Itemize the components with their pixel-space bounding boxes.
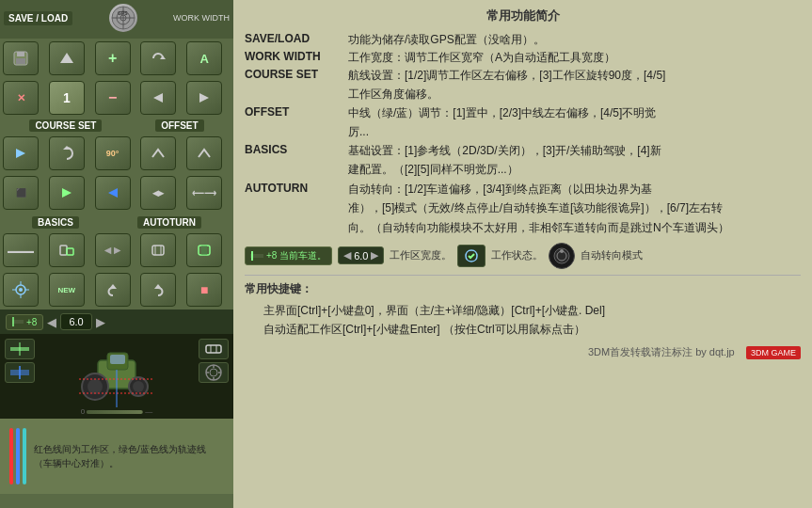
btn-of2[interactable] <box>49 176 85 210</box>
basics-label: BASICS <box>32 216 79 229</box>
btn-grid-row2: ✕ 1 − <box>0 78 233 118</box>
svg-marker-15 <box>62 188 72 198</box>
key-autoturn: AUTOTURN <box>245 182 348 198</box>
arrow-r: ▶ <box>371 249 378 262</box>
status-icons-row: +8 当前车道。 ◀ 6.0 ▶ 工作区宽度。 工作状态。 自动转向模式 <box>245 243 801 269</box>
autoturn-mode-box <box>549 243 575 269</box>
right-panel: 常用功能简介 SAVE/LOAD 功能为储存/读取GPS配置（没啥用）。 WOR… <box>233 0 812 508</box>
btn-cs1[interactable] <box>3 136 39 170</box>
work-icon-3 <box>199 339 229 359</box>
val-courseset: 航线设置：[1/2]调节工作区左右偏移，[3]工作区旋转90度，[4/5] <box>348 68 801 84</box>
key-workwidth: WORK WIDTH <box>245 50 348 66</box>
svg-marker-11 <box>153 93 163 103</box>
btn-cs2[interactable] <box>49 136 85 170</box>
val-basics: 基础设置：[1]参考线（2D/3D/关闭），[3]开/关辅助驾驶，[4]新 <box>348 143 801 159</box>
svg-rect-40 <box>110 355 125 364</box>
btn-of4[interactable]: ◀▶ <box>140 176 176 210</box>
svg-rect-23 <box>201 246 207 255</box>
btn-a[interactable]: A <box>186 41 222 75</box>
btn-at3[interactable] <box>186 233 222 267</box>
credit-text: 3DM首发转载请注标注 by dqt.jp <box>588 346 735 357</box>
btn-sat[interactable] <box>3 273 39 307</box>
btn-minus[interactable]: − <box>95 81 131 115</box>
arrow-right-icon: ▶ <box>96 315 105 329</box>
info-row-autoturn: AUTOTURN 自动转向：[1/2]车道偏移，[3/4]到终点距离（以田块边界… <box>245 182 801 198</box>
svg-rect-17 <box>60 246 67 255</box>
work-status-desc: 工作状态。 <box>491 248 543 262</box>
svg-rect-8 <box>16 58 25 64</box>
btn-rotate-cw[interactable] <box>140 41 176 75</box>
svg-point-44 <box>133 381 144 392</box>
val-workwidth: 工作宽度：调节工作区宽窄（A为自动适配工具宽度） <box>348 50 801 66</box>
indent-courseset: 工作区角度偏移。 <box>245 86 801 103</box>
info-row-saveload: SAVE/LOAD 功能为储存/读取GPS配置（没啥用）。 <box>245 32 801 48</box>
width-display: 6.0 <box>60 313 91 330</box>
arrow-l: ◀ <box>343 249 351 262</box>
btn-new[interactable]: NEW <box>49 273 85 307</box>
btn-up[interactable] <box>49 41 85 75</box>
btn-grid-row6: NEW ■ <box>0 270 233 310</box>
blue-line <box>16 428 20 484</box>
save-load-label: SAVE / LOAD <box>4 11 72 25</box>
svg-rect-7 <box>17 52 24 56</box>
gps-top-section: SAVE / LOAD GPS WORK WIDTH <box>0 0 233 39</box>
btn-cs3[interactable]: 90° <box>95 136 131 170</box>
btn-bas2[interactable] <box>49 233 85 267</box>
color-lines <box>9 428 26 484</box>
bottom-info: 红色线间为工作区，绿色/蓝色线为轨迹线（车辆中心对准）。 <box>0 419 233 494</box>
work-icons-left <box>5 339 35 383</box>
shortcut-section: 常用快捷键： 主界面[Ctrl]+[小键盘0]，界面（主/主+详细/隐藏）[Ct… <box>245 275 801 340</box>
info-row-offset: OFFSET 中线（绿/蓝）调节：[1]置中，[2/3]中线左右偏移，[4/5]… <box>245 105 801 121</box>
svg-point-61 <box>560 249 564 253</box>
gps-logo-circle: GPS <box>109 4 137 32</box>
btn-right-arr[interactable] <box>186 81 222 115</box>
btn-of3[interactable] <box>95 176 131 210</box>
width-box: ◀ 6.0 ▶ <box>338 246 384 264</box>
indent2-autoturn: 向。（自动转向功能模块不太好用，非相邻车道转向而是跳过N个车道调头） <box>245 219 801 237</box>
work-status-box <box>457 245 486 267</box>
btn-of1[interactable]: ⬛ <box>3 176 39 210</box>
val-offset: 中线（绿/蓝）调节：[1]置中，[2/3]中线左右偏移，[4/5]不明觉 <box>348 105 801 121</box>
shortcut2: 自动适配工作区[Ctrl]+[小键盘Enter] （按住Ctrl可以用鼠标点击） <box>245 320 801 339</box>
btn-bas1[interactable]: ▬▬▬▬ <box>3 233 39 267</box>
svg-rect-48 <box>206 345 221 353</box>
work-icon-1 <box>5 339 35 359</box>
btn-at2[interactable] <box>140 233 176 267</box>
width-desc: 工作区宽度。 <box>390 248 452 262</box>
btn-turn2[interactable] <box>140 273 176 307</box>
btn-cross[interactable]: ✕ <box>3 81 39 115</box>
shortcut2-text: 自动适配工作区[Ctrl]+[小键盘Enter] （按住Ctrl可以用鼠标点击） <box>245 323 585 336</box>
red-line <box>9 428 13 484</box>
tractor-area: 0 — <box>0 334 233 419</box>
shortcut1: 主界面[Ctrl]+[小键盘0]，界面（主/主+详细/隐藏）[Ctrl]+[小键… <box>245 301 801 320</box>
btn-of5[interactable]: ⟵⟶ <box>186 176 222 210</box>
btn-cs4[interactable] <box>140 136 176 170</box>
btn-stop[interactable]: ■ <box>186 273 222 307</box>
btn-save1[interactable] <box>3 41 39 75</box>
key-basics: BASICS <box>245 143 348 159</box>
svg-point-25 <box>19 288 23 292</box>
right-title: 常用功能简介 <box>245 8 801 24</box>
left-panel: SAVE / LOAD GPS WORK WIDTH + <box>0 0 233 508</box>
info-row-workwidth: WORK WIDTH 工作宽度：调节工作区宽窄（A为自动适配工具宽度） <box>245 50 801 66</box>
btn-left-arr[interactable] <box>140 81 176 115</box>
work-icons-right <box>199 339 229 383</box>
btn-turn1[interactable] <box>95 273 131 307</box>
footer-credit: 3DM首发转载请注标注 by dqt.jp 3DM GAME <box>245 345 801 359</box>
offset-label: OFFSET <box>155 119 203 132</box>
btn-cs5[interactable] <box>186 136 222 170</box>
section-labels-2: BASICS AUTOTURN <box>0 214 233 230</box>
svg-marker-30 <box>109 284 117 289</box>
svg-text:GPS: GPS <box>118 10 128 16</box>
ruler: 0 — <box>81 407 152 416</box>
btn-plus[interactable]: + <box>95 41 131 75</box>
shortcut1-text: 主界面[Ctrl]+[小键盘0]，界面（主/主+详细/隐藏）[Ctrl]+[小键… <box>245 304 605 317</box>
btn-num1[interactable]: 1 <box>49 81 85 115</box>
btn-at1[interactable]: ◀ ▶ <box>95 233 131 267</box>
autoturn-label: AUTOTURN <box>137 216 201 229</box>
gps-logo: GPS <box>109 4 137 32</box>
svg-marker-31 <box>154 284 162 289</box>
svg-rect-18 <box>67 248 73 255</box>
svg-marker-16 <box>108 188 118 198</box>
watermark-badge: 3DM GAME <box>746 346 801 359</box>
